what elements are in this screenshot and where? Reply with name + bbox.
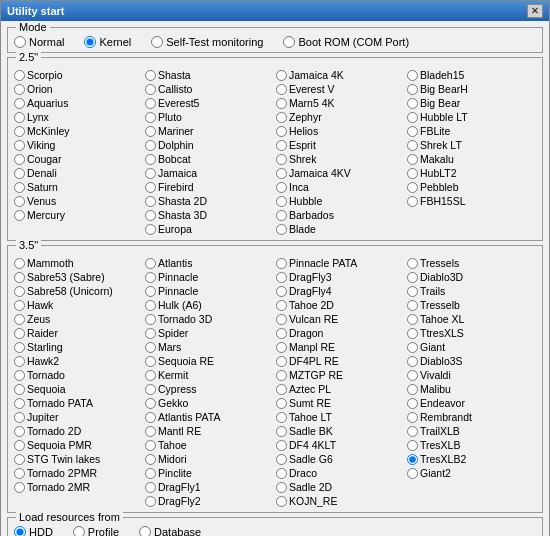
- drive-fblite[interactable]: FBLite: [407, 124, 536, 138]
- drive-sadleg6[interactable]: Sadle G6: [276, 452, 405, 466]
- drive-tornado3d[interactable]: Tornado 3D: [145, 312, 274, 326]
- drive-atlantispata[interactable]: Atlantis PATA: [145, 410, 274, 424]
- drive-cougar[interactable]: Cougar: [14, 152, 143, 166]
- drive-hubble[interactable]: Hubble: [276, 194, 405, 208]
- mode-bootrom[interactable]: Boot ROM (COM Port): [283, 36, 409, 48]
- mode-selftest[interactable]: Self-Test monitoring: [151, 36, 263, 48]
- drive-sadle2d[interactable]: Sadle 2D: [276, 480, 405, 494]
- drive-tornado[interactable]: Tornado: [14, 368, 143, 382]
- drive-diablo3d[interactable]: Diablo3D: [407, 270, 536, 284]
- drive-makalu[interactable]: Makalu: [407, 152, 536, 166]
- drive-sabre53[interactable]: Sabre53 (Sabre): [14, 270, 143, 284]
- drive-ttresxls[interactable]: TtresXLS: [407, 326, 536, 340]
- drive-spider[interactable]: Spider: [145, 326, 274, 340]
- drive-df4plre[interactable]: DF4PL RE: [276, 354, 405, 368]
- drive-fbh15sl[interactable]: FBH15SL: [407, 194, 536, 208]
- drive-tornado2d[interactable]: Tornado 2D: [14, 424, 143, 438]
- drive-pluto[interactable]: Pluto: [145, 110, 274, 124]
- mode-normal[interactable]: Normal: [14, 36, 64, 48]
- drive-shreklt[interactable]: Shrek LT: [407, 138, 536, 152]
- drive-tahoe[interactable]: Tahoe: [145, 438, 274, 452]
- drive-firebird[interactable]: Firebird: [145, 180, 274, 194]
- drive-atlantis[interactable]: Atlantis: [145, 256, 274, 270]
- drive-endeavor[interactable]: Endeavor: [407, 396, 536, 410]
- drive-esprit[interactable]: Esprit: [276, 138, 405, 152]
- drive-sequoia[interactable]: Sequoia: [14, 382, 143, 396]
- drive-dragfly3[interactable]: DragFly3: [276, 270, 405, 284]
- drive-tahielt[interactable]: Tahoe LT: [276, 410, 405, 424]
- drive-mantlre[interactable]: Mantl RE: [145, 424, 274, 438]
- drive-manplre[interactable]: Manpl RE: [276, 340, 405, 354]
- drive-diablo3s[interactable]: Diablo3S: [407, 354, 536, 368]
- drive-saturn[interactable]: Saturn: [14, 180, 143, 194]
- drive-bladeh15[interactable]: Bladeh15: [407, 68, 536, 82]
- drive-sequoiapmr[interactable]: Sequoia PMR: [14, 438, 143, 452]
- drive-giant2[interactable]: Giant2: [407, 466, 536, 480]
- drive-mariner[interactable]: Mariner: [145, 124, 274, 138]
- drive-barbados[interactable]: Barbados: [276, 208, 405, 222]
- drive-tornado2pmr[interactable]: Tornado 2PMR: [14, 466, 143, 480]
- drive-dragon[interactable]: Dragon: [276, 326, 405, 340]
- mode-kernel[interactable]: Kernel: [84, 36, 131, 48]
- drive-jamaica4kv[interactable]: Jamaica 4KV: [276, 166, 405, 180]
- drive-bobcat[interactable]: Bobcat: [145, 152, 274, 166]
- drive-bigbearh[interactable]: Big BearH: [407, 82, 536, 96]
- drive-viking[interactable]: Viking: [14, 138, 143, 152]
- drive-malibu[interactable]: Malibu: [407, 382, 536, 396]
- drive-aztecpl[interactable]: Aztec PL: [276, 382, 405, 396]
- drive-tresxlb[interactable]: TresXLB: [407, 438, 536, 452]
- load-database[interactable]: Database: [139, 526, 201, 536]
- drive-helios[interactable]: Helios: [276, 124, 405, 138]
- drive-sadlebk[interactable]: Sadle BK: [276, 424, 405, 438]
- drive-dolphin[interactable]: Dolphin: [145, 138, 274, 152]
- drive-starling[interactable]: Starling: [14, 340, 143, 354]
- drive-rembrandt[interactable]: Rembrandt: [407, 410, 536, 424]
- drive-pebbleb[interactable]: Pebbleb: [407, 180, 536, 194]
- drive-sumtre[interactable]: Sumt RE: [276, 396, 405, 410]
- drive-jupiter[interactable]: Jupiter: [14, 410, 143, 424]
- drive-shasta[interactable]: Shasta: [145, 68, 274, 82]
- drive-inca[interactable]: Inca: [276, 180, 405, 194]
- drive-kojnre[interactable]: KOJN_RE: [276, 494, 405, 508]
- drive-marn54k[interactable]: Marn5 4K: [276, 96, 405, 110]
- drive-vivaldi[interactable]: Vivaldi: [407, 368, 536, 382]
- drive-zeus[interactable]: Zeus: [14, 312, 143, 326]
- drive-zephyr[interactable]: Zephyr: [276, 110, 405, 124]
- drive-europa[interactable]: Europa: [145, 222, 274, 236]
- drive-lynx[interactable]: Lynx: [14, 110, 143, 124]
- drive-blade[interactable]: Blade: [276, 222, 405, 236]
- drive-pinnacle[interactable]: Pinnacle: [145, 270, 274, 284]
- drive-mztgpre[interactable]: MZTGP RE: [276, 368, 405, 382]
- drive-shrek[interactable]: Shrek: [276, 152, 405, 166]
- drive-everest5[interactable]: Everest5: [145, 96, 274, 110]
- load-profile[interactable]: Profile: [73, 526, 119, 536]
- drive-mammoth[interactable]: Mammoth: [14, 256, 143, 270]
- drive-dragfly1[interactable]: DragFly1: [145, 480, 274, 494]
- drive-df44klt[interactable]: DF4 4KLT: [276, 438, 405, 452]
- drive-midori[interactable]: Midori: [145, 452, 274, 466]
- drive-tressels[interactable]: Tressels: [407, 256, 536, 270]
- drive-tresselb[interactable]: Tresselb: [407, 298, 536, 312]
- drive-venus[interactable]: Venus: [14, 194, 143, 208]
- drive-everestv[interactable]: Everest V: [276, 82, 405, 96]
- drive-vulcanre[interactable]: Vulcan RE: [276, 312, 405, 326]
- drive-callisto[interactable]: Callisto: [145, 82, 274, 96]
- drive-jamaica4k[interactable]: Jamaica 4K: [276, 68, 405, 82]
- drive-giant[interactable]: Giant: [407, 340, 536, 354]
- drive-mercury[interactable]: Mercury: [14, 208, 143, 222]
- drive-tresxlb2[interactable]: TresXLB2: [407, 452, 536, 466]
- drive-hawk[interactable]: Hawk: [14, 298, 143, 312]
- drive-shasta3d[interactable]: Shasta 3D: [145, 208, 274, 222]
- drive-pinnacle2[interactable]: Pinnacle: [145, 284, 274, 298]
- drive-trails[interactable]: Trails: [407, 284, 536, 298]
- drive-tornado2mr[interactable]: Tornado 2MR: [14, 480, 143, 494]
- drive-dragfly2[interactable]: DragFly2: [145, 494, 274, 508]
- drive-cypress[interactable]: Cypress: [145, 382, 274, 396]
- drive-mckinley[interactable]: McKinley: [14, 124, 143, 138]
- drive-tahoexl[interactable]: Tahoe XL: [407, 312, 536, 326]
- drive-gekko[interactable]: Gekko: [145, 396, 274, 410]
- drive-jamaica[interactable]: Jamaica: [145, 166, 274, 180]
- drive-mars[interactable]: Mars: [145, 340, 274, 354]
- drive-hubblelt[interactable]: Hubble LT: [407, 110, 536, 124]
- drive-orion[interactable]: Orion: [14, 82, 143, 96]
